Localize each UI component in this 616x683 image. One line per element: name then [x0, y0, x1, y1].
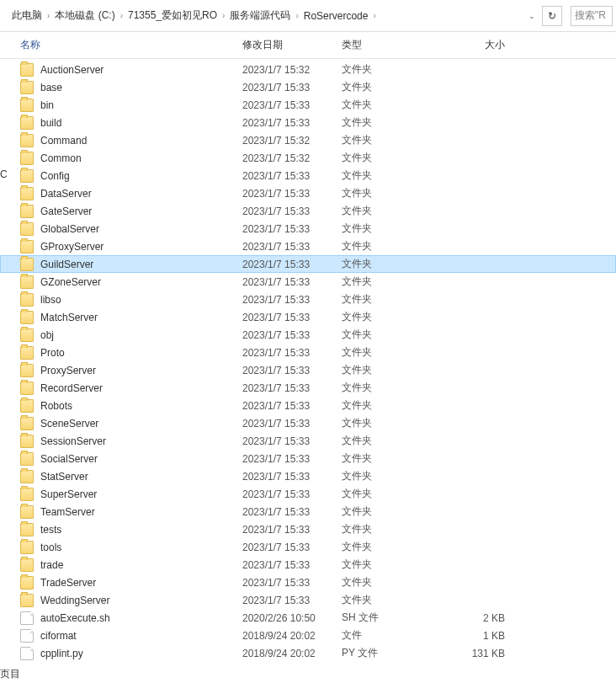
file-row[interactable]: WeddingServer2023/1/7 15:33文件夹 — [0, 591, 616, 609]
folder-icon — [20, 63, 34, 77]
file-type: 文件夹 — [342, 593, 439, 607]
file-type: 文件夹 — [342, 575, 439, 590]
file-row[interactable]: build2023/1/7 15:33文件夹 — [0, 114, 616, 131]
file-date: 2023/1/7 15:33 — [242, 82, 342, 93]
file-date: 2023/1/7 15:33 — [242, 542, 342, 553]
history-dropdown-icon[interactable]: ⌄ — [527, 12, 537, 20]
file-row[interactable]: StatServer2023/1/7 15:33文件夹 — [0, 467, 616, 485]
file-type: PY 文件 — [342, 646, 439, 660]
file-type: 文件夹 — [342, 133, 439, 147]
file-date: 2023/1/7 15:32 — [242, 152, 342, 164]
file-icon — [20, 611, 34, 625]
file-date: 2023/1/7 15:33 — [242, 382, 342, 394]
breadcrumb-item[interactable]: 71355_爱如初见RO — [125, 7, 220, 25]
breadcrumb-item[interactable]: 服务端源代码 — [226, 7, 294, 25]
file-row[interactable]: GZoneServer2023/1/7 15:33文件夹 — [0, 273, 616, 291]
file-date: 2023/1/7 15:33 — [242, 276, 342, 288]
file-name: TradeServer — [40, 577, 242, 589]
file-date: 2023/1/7 15:33 — [242, 400, 342, 412]
file-row[interactable]: Robots2023/1/7 15:33文件夹 — [0, 397, 616, 414]
file-row[interactable]: GateServer2023/1/7 15:33文件夹 — [0, 202, 616, 220]
file-size: 2 KB — [439, 612, 505, 624]
file-row[interactable]: DataServer2023/1/7 15:33文件夹 — [0, 184, 616, 202]
file-row[interactable]: SuperServer2023/1/7 15:33文件夹 — [0, 485, 616, 503]
file-date: 2023/1/7 15:33 — [242, 205, 342, 217]
file-name: SessionServer — [40, 435, 242, 447]
file-row[interactable]: SocialServer2023/1/7 15:33文件夹 — [0, 450, 616, 467]
file-type: 文件夹 — [342, 451, 439, 466]
breadcrumb[interactable]: 此电脑›本地磁盘 (C:)›71355_爱如初见RO›服务端源代码›RoServ… — [3, 4, 527, 28]
folder-icon — [20, 258, 34, 271]
file-row[interactable]: RecordServer2023/1/7 15:33文件夹 — [0, 379, 616, 397]
breadcrumb-item[interactable]: 此电脑 — [8, 7, 45, 25]
file-row[interactable]: GuildServer2023/1/7 15:33文件夹 — [0, 255, 616, 273]
breadcrumb-item[interactable]: RoServercode — [300, 7, 372, 25]
file-row[interactable]: TeamServer2023/1/7 15:33文件夹 — [0, 503, 616, 520]
file-row[interactable]: cpplint.py2018/9/24 20:02PY 文件131 KB — [0, 644, 616, 662]
file-size: 1 KB — [439, 630, 505, 642]
file-row[interactable]: AuctionServer2023/1/7 15:32文件夹 — [0, 61, 616, 78]
file-row[interactable]: GProxyServer2023/1/7 15:33文件夹 — [0, 237, 616, 255]
file-date: 2023/1/7 15:33 — [242, 259, 342, 270]
file-row[interactable]: libso2023/1/7 15:33文件夹 — [0, 291, 616, 308]
file-row[interactable]: ProxyServer2023/1/7 15:33文件夹 — [0, 361, 616, 379]
file-row[interactable]: tools2023/1/7 15:33文件夹 — [0, 538, 616, 556]
file-name: ciformat — [40, 630, 242, 642]
file-name: Command — [40, 135, 242, 147]
file-row[interactable]: GlobalServer2023/1/7 15:33文件夹 — [0, 220, 616, 237]
file-type: 文件夹 — [342, 504, 439, 519]
file-type: 文件夹 — [342, 115, 439, 130]
file-name: build — [40, 117, 242, 129]
chevron-right-icon: › — [45, 11, 51, 20]
folder-icon — [20, 505, 34, 519]
file-type: 文件夹 — [342, 62, 439, 77]
file-type: 文件夹 — [342, 310, 439, 324]
folder-icon — [20, 594, 34, 607]
folder-icon — [20, 116, 34, 130]
file-date: 2023/1/7 15:33 — [242, 577, 342, 589]
file-row[interactable]: tests2023/1/7 15:33文件夹 — [0, 520, 616, 538]
address-bar: 此电脑›本地磁盘 (C:)›71355_爱如初见RO›服务端源代码›RoServ… — [0, 0, 616, 32]
column-headers: 名称 修改日期 类型 大小 — [0, 32, 616, 59]
column-header-size[interactable]: 大小 — [439, 38, 505, 52]
file-row[interactable]: Config2023/1/7 15:33文件夹 — [0, 167, 616, 184]
file-row[interactable]: TradeServer2023/1/7 15:33文件夹 — [0, 574, 616, 591]
file-name: MatchServer — [40, 312, 242, 323]
file-date: 2023/1/7 15:33 — [242, 241, 342, 253]
file-row[interactable]: obj2023/1/7 15:33文件夹 — [0, 326, 616, 344]
file-row[interactable]: ciformat2018/9/24 20:02文件1 KB — [0, 627, 616, 644]
file-type: 文件夹 — [342, 522, 439, 536]
column-header-type[interactable]: 类型 — [342, 38, 439, 52]
file-date: 2023/1/7 15:33 — [242, 506, 342, 518]
file-row[interactable]: base2023/1/7 15:33文件夹 — [0, 78, 616, 96]
file-date: 2023/1/7 15:33 — [242, 435, 342, 447]
file-row[interactable]: trade2023/1/7 15:33文件夹 — [0, 556, 616, 574]
file-row[interactable]: SceneServer2023/1/7 15:33文件夹 — [0, 414, 616, 432]
file-date: 2023/1/7 15:32 — [242, 64, 342, 76]
folder-icon — [20, 435, 34, 448]
file-name: tests — [40, 524, 242, 536]
file-row[interactable]: autoExecute.sh2020/2/26 10:50SH 文件2 KB — [0, 609, 616, 627]
folder-icon — [20, 240, 34, 253]
search-input[interactable]: 搜索"R — [571, 6, 613, 26]
file-name: GZoneServer — [40, 276, 242, 288]
file-size: 131 KB — [439, 648, 505, 659]
file-row[interactable]: Proto2023/1/7 15:33文件夹 — [0, 344, 616, 361]
folder-icon — [20, 346, 34, 360]
column-header-date[interactable]: 修改日期 — [242, 38, 342, 52]
breadcrumb-item[interactable]: 本地磁盘 (C:) — [51, 7, 118, 25]
file-row[interactable]: bin2023/1/7 15:33文件夹 — [0, 96, 616, 114]
file-row[interactable]: Common2023/1/7 15:32文件夹 — [0, 149, 616, 167]
refresh-button[interactable]: ↻ — [542, 6, 562, 26]
file-row[interactable]: MatchServer2023/1/7 15:33文件夹 — [0, 308, 616, 326]
file-date: 2023/1/7 15:33 — [242, 365, 342, 376]
file-row[interactable]: Command2023/1/7 15:32文件夹 — [0, 131, 616, 149]
file-name: SceneServer — [40, 418, 242, 430]
file-type: 文件夹 — [342, 434, 439, 448]
file-row[interactable]: SessionServer2023/1/7 15:33文件夹 — [0, 432, 616, 450]
folder-icon — [20, 169, 34, 183]
file-type: 文件夹 — [342, 558, 439, 572]
column-header-name[interactable]: 名称 — [20, 38, 242, 52]
file-date: 2023/1/7 15:33 — [242, 453, 342, 465]
file-name: Robots — [40, 400, 242, 412]
